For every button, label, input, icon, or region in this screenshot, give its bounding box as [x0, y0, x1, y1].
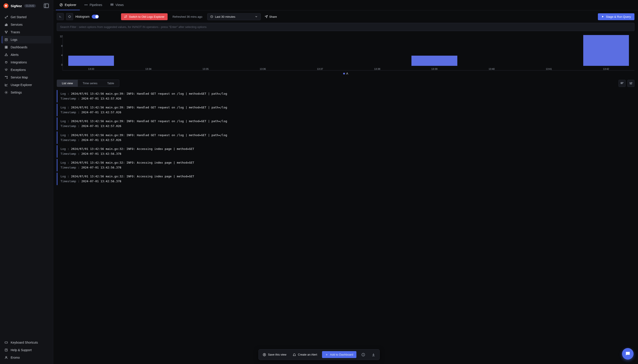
sidebar-item-traces[interactable]: Traces: [2, 28, 51, 36]
log-entry[interactable]: Log :2024/07/01 13:42:56 main.go:39: INF…: [57, 118, 634, 130]
plot-area: 13:3313:3413:3513:3613:3713:3813:3913:40…: [62, 35, 634, 70]
svg-rect-2: [5, 24, 6, 26]
tab-pipelines[interactable]: Pipelines: [81, 0, 106, 10]
panel-left-icon: [44, 3, 49, 9]
log-key: Log :: [60, 91, 69, 96]
timestamp-value: 2024-07-01 13:42:57.026: [81, 110, 121, 115]
run-query-button[interactable]: Stage & Run Query: [598, 13, 634, 20]
histogram-bar[interactable]: [68, 56, 114, 66]
tab-label: Pipelines: [90, 3, 102, 7]
view-tab-timeseries[interactable]: Time series: [78, 80, 102, 87]
log-entry[interactable]: Log :2024/07/01 13:42:56 main.go:32: INF…: [57, 145, 634, 158]
nav-label: Services: [11, 23, 22, 26]
pipeline-icon: [84, 3, 88, 7]
svg-point-7: [6, 33, 7, 34]
search-input[interactable]: [57, 23, 634, 31]
share-button[interactable]: Share: [265, 15, 277, 18]
histogram-bar[interactable]: [583, 35, 629, 66]
crosshair-button[interactable]: [66, 13, 73, 20]
log-entry[interactable]: Log :2024/07/01 13:42:56 main.go:32: INF…: [57, 173, 634, 185]
sidebar-item-user[interactable]: Eromo: [2, 354, 51, 361]
time-range-picker[interactable]: Last 30 minutes: [207, 13, 261, 20]
svg-point-36: [87, 5, 87, 5]
svg-line-18: [5, 69, 5, 69]
svg-marker-34: [61, 4, 62, 5]
legend-dot-icon: [343, 73, 345, 74]
svg-rect-12: [6, 46, 8, 47]
chart-legend: A: [57, 70, 634, 77]
sidebar-item-exceptions[interactable]: Exceptions: [2, 66, 51, 74]
sidebar-item-dashboards[interactable]: Dashboards: [2, 44, 51, 51]
tab-views[interactable]: Views: [107, 0, 127, 10]
settings-view-button[interactable]: [627, 80, 634, 87]
sidebar-item-settings[interactable]: Settings: [2, 89, 51, 96]
format-button[interactable]: [618, 80, 626, 87]
sidebar-item-integrations[interactable]: Integrations: [2, 58, 51, 66]
svg-point-35: [85, 5, 85, 5]
sidebar-item-help-support[interactable]: Help & Support: [2, 346, 51, 354]
svg-rect-49: [621, 83, 622, 84]
create-alert-button[interactable]: Create an Alert: [291, 352, 318, 358]
sidebar-item-keyboard-shortcuts[interactable]: Keyboard Shortcuts: [2, 339, 51, 346]
log-message: 2024/07/01 13:42:56 main.go:39: INFO: Ha…: [71, 119, 227, 124]
sidebar-item-alerts[interactable]: Alerts: [2, 51, 51, 58]
x-tick: 13:38: [374, 68, 380, 70]
sidebar-item-get-started[interactable]: Get Started: [2, 13, 51, 21]
x-tick: 13:37: [317, 68, 323, 70]
sidebar-item-service-map[interactable]: Service Map: [2, 74, 51, 81]
log-message: 2024/07/01 13:42:56 main.go:39: INFO: Ha…: [71, 105, 227, 110]
sidebar-footer: Keyboard Shortcuts Help & Support Eromo: [0, 337, 53, 364]
y-tick: 8: [57, 44, 62, 47]
info-icon: [361, 353, 365, 357]
svg-rect-48: [621, 82, 623, 83]
bar-slot: 13:34: [120, 35, 176, 66]
share-icon: [265, 15, 268, 18]
grid-icon: [4, 46, 8, 49]
tab-explorer[interactable]: Explorer: [56, 0, 80, 10]
brand-name: SigNoz: [11, 4, 22, 8]
sidebar-item-logs[interactable]: Logs: [2, 36, 51, 44]
cloud-badge: CLOUD: [24, 4, 36, 8]
plus-icon: [325, 353, 328, 356]
log-entry[interactable]: Log :2024/07/01 13:42:56 main.go:39: INF…: [57, 132, 634, 144]
nav-label: Settings: [11, 91, 22, 94]
svg-line-19: [7, 69, 8, 69]
view-tab-table[interactable]: Table: [102, 80, 119, 87]
save-view-button[interactable]: Save this view: [261, 352, 288, 358]
help-icon: [4, 348, 8, 352]
log-entry[interactable]: Log :2024/07/01 13:42:56 main.go:32: INF…: [57, 159, 634, 171]
download-button[interactable]: [370, 351, 377, 358]
view-tab-list[interactable]: List view: [57, 80, 78, 87]
sidebar-item-usage-explorer[interactable]: Usage Explorer: [2, 81, 51, 89]
chevron-down-icon: [255, 15, 258, 18]
switch-icon: [124, 15, 127, 18]
nav-label: Eromo: [11, 356, 20, 359]
x-tick: 13:40: [488, 68, 495, 70]
tab-label: Views: [116, 3, 124, 7]
log-list[interactable]: Log :2024/07/01 13:42:56 main.go:39: INF…: [53, 89, 638, 364]
chat-fab[interactable]: [622, 348, 634, 360]
sidebar-item-services[interactable]: Services: [2, 21, 51, 28]
svg-rect-11: [5, 46, 6, 47]
nav-label: Exceptions: [11, 68, 26, 72]
x-tick: 13:41: [546, 68, 552, 70]
histogram-toggle[interactable]: [92, 15, 99, 18]
bar-slot: 13:42: [578, 35, 634, 66]
nav-label: Logs: [11, 38, 17, 42]
info-button[interactable]: [360, 351, 366, 358]
add-dashboard-button[interactable]: Add to Dashboard: [322, 351, 356, 358]
plug-icon: [4, 60, 8, 64]
switch-old-explorer-button[interactable]: Switch to Old Logs Explorer: [121, 13, 168, 20]
sidebar-collapse-button[interactable]: [43, 3, 50, 9]
histogram-bar[interactable]: [412, 56, 457, 66]
log-entry[interactable]: Log :2024/07/01 13:42:56 main.go:39: INF…: [57, 104, 634, 116]
log-key: Log :: [60, 105, 69, 110]
nav-label: Service Map: [11, 76, 28, 79]
log-key: Log :: [60, 133, 69, 138]
bar-slot: 13:36: [235, 35, 290, 66]
terminal-button[interactable]: [57, 13, 64, 20]
svg-point-33: [60, 4, 62, 6]
log-entry[interactable]: Log :2024/07/01 13:42:56 main.go:39: INF…: [57, 90, 634, 102]
main-content: Explorer Pipelines Views Histogram Switc…: [53, 0, 638, 364]
y-tick: 0: [57, 64, 62, 66]
